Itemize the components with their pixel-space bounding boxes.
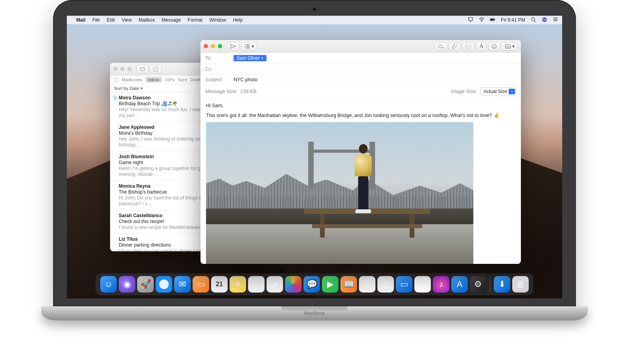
laptop-notch: [281, 306, 348, 310]
cc-label: Cc:: [205, 66, 230, 72]
dock-news[interactable]: N: [414, 276, 431, 293]
menubar-item[interactable]: Edit: [107, 17, 115, 23]
dock-separator: [490, 276, 490, 292]
dock-finder[interactable]: ☺: [100, 276, 117, 293]
subject-row[interactable]: Subject: NYC photo: [200, 75, 521, 85]
laptop-base: MacBook: [41, 306, 588, 320]
message-size-label: Message Size:: [205, 89, 237, 94]
dock-systempreferences[interactable]: ⚙︎: [470, 276, 486, 293]
image-size-label: Image Size:: [451, 89, 477, 94]
compose-body[interactable]: Hi Sam, This one's got it all: the Manha…: [200, 98, 521, 264]
laptop-frame: Mail File Edit View Mailbox Message Form…: [53, 0, 576, 322]
size-row: Message Size: 228 KB Image Size: Actual …: [200, 85, 521, 98]
markup-button[interactable]: [462, 42, 475, 51]
image-size-select[interactable]: Actual Size: [480, 88, 516, 95]
traffic-lights: [113, 67, 132, 71]
dock-siri[interactable]: ◉: [119, 276, 135, 293]
svg-point-14: [492, 44, 496, 48]
wifi-icon[interactable]: [479, 17, 484, 24]
menubar-item[interactable]: File: [92, 17, 100, 23]
photo-browser-button[interactable]: ▾: [502, 42, 518, 51]
svg-point-13: [467, 45, 468, 46]
svg-rect-2: [495, 19, 495, 20]
to-row[interactable]: To: Sam Oliver: [200, 53, 521, 64]
titlebar[interactable]: ▾ A ▾: [200, 40, 521, 53]
attached-photo[interactable]: [206, 122, 473, 264]
photo-railing: [206, 197, 473, 209]
message-size-value: 228 KB: [240, 89, 256, 94]
minimize-button[interactable]: [120, 67, 125, 71]
to-label: To:: [205, 55, 230, 61]
dock-reminders[interactable]: ⋮: [248, 276, 265, 293]
dock-keynote[interactable]: ▭: [396, 276, 412, 293]
dock-facetime[interactable]: ▶: [322, 276, 338, 293]
dock-calendar[interactable]: 21: [211, 276, 228, 293]
dock-contacts[interactable]: ▭: [193, 276, 209, 293]
get-mail-button[interactable]: [136, 65, 148, 73]
body-greeting: Hi Sam,: [206, 103, 515, 108]
dock-photos[interactable]: [285, 276, 302, 293]
attachment-icon: 📎: [112, 95, 118, 101]
desktop[interactable]: Mail File Edit View Mailbox Message Form…: [67, 16, 562, 298]
cc-row[interactable]: Cc:: [200, 64, 521, 75]
menubar-item[interactable]: Format: [188, 17, 202, 23]
menubar-item[interactable]: View: [121, 17, 132, 23]
recipient-token[interactable]: Sam Oliver: [234, 55, 267, 61]
menubar-clock[interactable]: Fri 9:41 PM: [501, 17, 525, 23]
airplay-icon[interactable]: [468, 17, 473, 24]
svg-rect-1: [490, 18, 494, 20]
svg-point-18: [506, 45, 508, 46]
minimize-button[interactable]: [211, 44, 215, 48]
notification-center-icon[interactable]: [553, 17, 558, 24]
battery-icon[interactable]: [490, 17, 495, 24]
menubar: Mail File Edit View Mailbox Message Form…: [67, 16, 562, 24]
close-button[interactable]: [204, 44, 208, 48]
menubar-menus: Mail File Edit View Mailbox Message Form…: [76, 17, 248, 23]
screen-bezel: Mail File Edit View Mailbox Message Form…: [53, 0, 576, 306]
menubar-item[interactable]: Help: [233, 17, 243, 23]
mailbox-tab-vips[interactable]: VIPs: [165, 77, 175, 82]
send-button[interactable]: [227, 42, 239, 51]
dock-numbers[interactable]: ▥: [377, 276, 394, 293]
dock-pages[interactable]: ✎: [359, 276, 375, 293]
emoji-button[interactable]: [488, 42, 500, 51]
dock-safari[interactable]: [156, 276, 172, 293]
format-button[interactable]: A: [476, 42, 487, 51]
menubar-item[interactable]: Mailbox: [139, 17, 155, 23]
compose-window[interactable]: ▾ A ▾ To: Sam Oliver: [200, 40, 521, 264]
sidebar-toggle-icon[interactable]: [114, 77, 119, 82]
dock-mail[interactable]: ✉︎: [174, 276, 191, 293]
siri-icon[interactable]: [542, 17, 547, 24]
dock-maps[interactable]: ⬈: [267, 276, 283, 293]
close-button[interactable]: [113, 67, 118, 71]
mailboxes-label[interactable]: Mailboxes: [122, 77, 142, 82]
dock-launchpad[interactable]: 🚀: [137, 276, 154, 293]
traffic-lights: [204, 44, 222, 48]
menubar-item[interactable]: Message: [162, 17, 181, 23]
subject-value[interactable]: NYC photo: [234, 77, 257, 82]
subject-label: Subject:: [205, 77, 230, 82]
dock-itunes[interactable]: ♪: [433, 276, 449, 293]
compose-button[interactable]: [150, 65, 162, 73]
svg-point-16: [495, 45, 495, 46]
sort-dropdown[interactable]: Sort by Date: [114, 86, 143, 91]
menubar-app[interactable]: Mail: [76, 17, 85, 23]
mailbox-tab-inbox[interactable]: Inbox: [145, 77, 162, 82]
zoom-button[interactable]: [127, 67, 132, 71]
dock-trash[interactable]: 🗑: [512, 276, 529, 293]
dock-notes[interactable]: ≡: [230, 276, 246, 293]
svg-point-15: [493, 45, 494, 46]
dock-messages[interactable]: 💬: [303, 276, 320, 293]
reply-button[interactable]: [434, 42, 447, 51]
mailbox-tab-sent[interactable]: Sent: [178, 77, 187, 82]
dock-downloads[interactable]: ⬇︎: [494, 276, 510, 293]
header-fields-button[interactable]: ▾: [241, 42, 257, 51]
svg-point-3: [532, 18, 535, 21]
dock-appstore[interactable]: A: [451, 276, 468, 293]
menubar-item[interactable]: Window: [210, 17, 226, 23]
zoom-button[interactable]: [218, 44, 222, 48]
photo-person: [351, 144, 375, 215]
dock-ibooks[interactable]: 📖: [340, 276, 357, 293]
attach-button[interactable]: [449, 42, 460, 51]
spotlight-icon[interactable]: [531, 17, 536, 24]
